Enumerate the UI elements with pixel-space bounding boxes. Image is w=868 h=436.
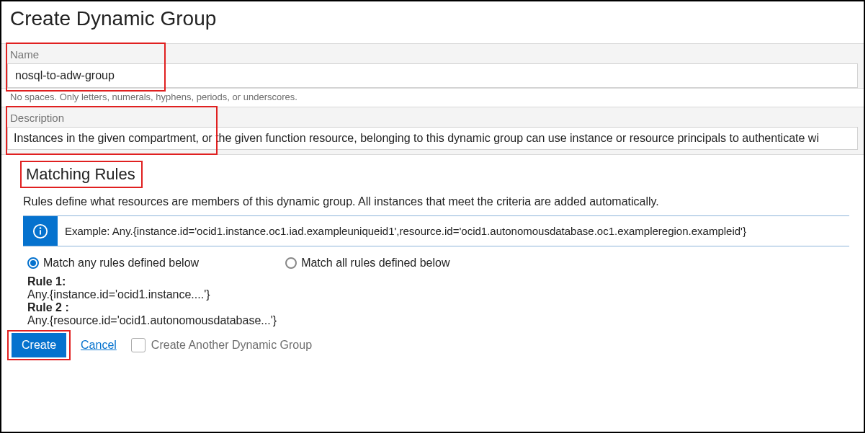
description-input-wrap[interactable]: Instances in the given compartment, or t… — [7, 127, 858, 150]
rule-item: Rule 1: Any.{instance.id='ocid1.instance… — [27, 275, 846, 301]
example-row: Example: Any.{instance.id='ocid1.instanc… — [23, 215, 849, 246]
cancel-link[interactable]: Cancel — [81, 339, 117, 352]
create-another-checkbox[interactable]: Create Another Dynamic Group — [131, 338, 312, 352]
radio-match-any[interactable]: Match any rules defined below — [27, 257, 199, 270]
match-mode-row: Match any rules defined below Match all … — [23, 246, 851, 274]
name-input[interactable] — [14, 68, 854, 83]
name-label: Name — [1, 44, 864, 63]
rule-label: Rule 2 : — [27, 301, 69, 313]
page-title: Create Dynamic Group — [1, 1, 864, 43]
matching-rules-section: Matching Rules Rules define what resourc… — [1, 155, 864, 327]
radio-any-indicator — [27, 257, 39, 269]
name-hint: No spaces. Only letters, numerals, hyphe… — [1, 89, 864, 107]
name-input-wrap[interactable] — [7, 63, 858, 88]
description-label: Description — [1, 107, 864, 127]
matching-rules-title: Matching Rules — [23, 164, 138, 185]
description-input[interactable]: Instances in the given compartment, or t… — [14, 132, 819, 144]
example-text: Example: Any.{instance.id='ocid1.instanc… — [58, 216, 849, 246]
rule-item: Rule 2 : Any.{resource.id='ocid1.autonom… — [27, 301, 846, 327]
rule-body: Any.{resource.id='ocid1.autonomousdataba… — [27, 314, 846, 327]
rule-label: Rule 1: — [27, 275, 66, 288]
checkbox-icon — [131, 338, 146, 352]
create-another-label: Create Another Dynamic Group — [151, 339, 312, 352]
radio-all-label: Match all rules defined below — [301, 257, 449, 270]
radio-match-all[interactable]: Match all rules defined below — [285, 257, 449, 270]
rule-body: Any.{instance.id='ocid1.instance....'} — [27, 288, 846, 301]
footer-row: Create Cancel Create Another Dynamic Gro… — [1, 327, 864, 357]
rules-list: Rule 1: Any.{instance.id='ocid1.instance… — [23, 274, 851, 327]
svg-point-2 — [40, 227, 42, 229]
info-icon — [23, 216, 58, 246]
description-field-block: Description Instances in the given compa… — [1, 107, 864, 155]
create-button[interactable]: Create — [12, 333, 66, 357]
radio-any-label: Match any rules defined below — [43, 257, 199, 270]
radio-all-indicator — [285, 257, 297, 269]
name-field-block: Name — [1, 43, 864, 89]
matching-rules-description: Rules define what resources are members … — [23, 195, 851, 208]
